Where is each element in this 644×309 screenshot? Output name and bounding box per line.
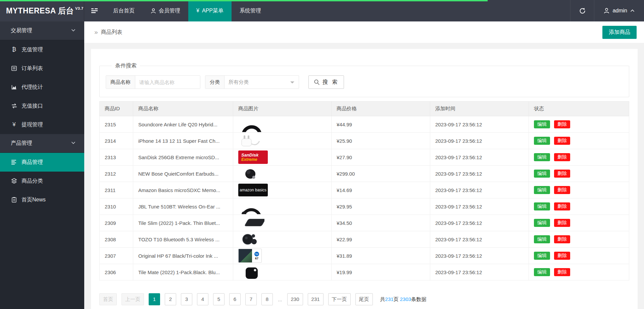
product-price: ¥22.99: [332, 231, 430, 248]
delete-button[interactable]: 删除: [554, 219, 570, 227]
logo-version: V3.7: [75, 6, 84, 10]
pagination-summary: 共231页 2303条数据: [380, 296, 427, 303]
sidebar-item-home-news[interactable]: 首页News: [0, 190, 84, 209]
nav-item-members[interactable]: 会员管理: [143, 0, 188, 21]
product-id: 2308: [100, 231, 133, 248]
edit-button[interactable]: 编辑: [534, 153, 550, 161]
page-number-button[interactable]: 230: [287, 293, 303, 305]
product-id: 2311: [100, 182, 133, 198]
page-next-button[interactable]: 下一页: [328, 293, 351, 305]
delete-button[interactable]: 删除: [554, 235, 570, 243]
sidebar-item-withdraw-manage[interactable]: ¥ 提现管理: [0, 115, 84, 134]
page-number-button[interactable]: 8: [261, 293, 273, 305]
edit-button[interactable]: 编辑: [534, 202, 550, 210]
sidebar-item-label: 提现管理: [21, 121, 43, 128]
sidebar-item-recharge-api[interactable]: 充值接口: [0, 97, 84, 115]
product-name: SanDisk 256GB Extreme microSD...: [133, 149, 233, 166]
user-menu[interactable]: admin: [594, 0, 644, 21]
table-row: 2310 JBL Tune 510BT: Wireless On-Ear ...…: [100, 198, 629, 215]
delete-button[interactable]: 删除: [554, 186, 570, 194]
delete-button[interactable]: 删除: [554, 137, 570, 145]
hamburger-icon: [91, 8, 98, 13]
edit-button[interactable]: 编辑: [534, 120, 550, 128]
nav-item-label: 系统管理: [240, 7, 261, 14]
sidebar-item-label: 首页News: [21, 196, 46, 203]
main-area: » 商品列表 添加商品 条件搜索 商品名称 分类 所有分类: [84, 21, 644, 309]
category-label: 分类: [205, 76, 225, 88]
product-image-text: 67: [255, 257, 258, 260]
search-legend: 条件搜索: [112, 62, 140, 69]
summary-prefix: 共: [380, 296, 385, 302]
chevron-up-icon: [630, 9, 635, 12]
delete-button[interactable]: 删除: [554, 252, 570, 260]
product-image: [238, 232, 270, 247]
product-time: 2023-09-17 23:56:12: [430, 231, 529, 248]
page-number-button[interactable]: 2: [165, 293, 176, 305]
caret-down-icon: [290, 81, 294, 85]
sidebar-item-goods-category[interactable]: 商品分类: [0, 172, 84, 190]
sidebar-section-product[interactable]: 产品管理: [0, 134, 84, 153]
page-number-button[interactable]: 231: [308, 293, 324, 305]
delete-button[interactable]: 删除: [554, 120, 570, 128]
product-time: 2023-09-17 23:56:12: [430, 133, 529, 149]
product-price: ¥29.95: [332, 198, 430, 215]
delete-button[interactable]: 删除: [554, 170, 570, 178]
product-name: NEW Bose QuietComfort Earbuds...: [133, 166, 233, 182]
list-lines-icon: [11, 160, 17, 165]
hp-logo: hp: [254, 252, 259, 256]
yen-icon: ¥: [196, 8, 199, 14]
product-time: 2023-09-17 23:56:12: [430, 264, 529, 281]
edit-button[interactable]: 编辑: [534, 170, 550, 178]
page-prev-button[interactable]: 上一页: [121, 293, 144, 305]
edit-button[interactable]: 编辑: [534, 186, 550, 194]
navbar-spacer: [269, 0, 571, 21]
page-title: 商品列表: [101, 29, 122, 36]
page-number-button[interactable]: 5: [213, 293, 225, 305]
nav-item-home[interactable]: 后台首页: [105, 0, 143, 21]
nav-item-label: 会员管理: [159, 7, 180, 14]
product-time: 2023-09-17 23:56:12: [430, 149, 529, 166]
summary-total-records: 2303: [400, 296, 411, 302]
delete-button[interactable]: 删除: [554, 268, 570, 276]
product-image: amazon basics: [238, 183, 270, 198]
table-row: 2315 Soundcore Anker Life Q20 Hybrid... …: [100, 116, 629, 133]
top-nav: 后台首页 会员管理 ¥ APP菜单 系统管理: [105, 0, 269, 21]
sidebar-item-agent-stats[interactable]: 代理统计: [0, 78, 84, 97]
category-select[interactable]: 所有分类: [225, 76, 299, 88]
exchange-arrows-icon: [11, 103, 17, 109]
sidebar-item-goods-manage[interactable]: 商品管理: [0, 153, 84, 172]
edit-button[interactable]: 编辑: [534, 252, 550, 260]
page-last-button[interactable]: 尾页: [355, 293, 373, 305]
page-number-button[interactable]: 4: [197, 293, 208, 305]
product-time: 2023-09-17 23:56:12: [430, 182, 529, 198]
delete-button[interactable]: 删除: [554, 153, 570, 161]
edit-button[interactable]: 编辑: [534, 235, 550, 243]
page-first-button[interactable]: 首页: [99, 293, 117, 305]
product-name-input[interactable]: [135, 76, 200, 88]
collapse-menu-button[interactable]: [84, 0, 105, 21]
edit-button[interactable]: 编辑: [534, 219, 550, 227]
page-number-button[interactable]: 6: [229, 293, 241, 305]
sidebar-item-recharge-manage[interactable]: ₿ 充值管理: [0, 40, 84, 59]
delete-button[interactable]: 删除: [554, 202, 570, 210]
page-number-button[interactable]: 7: [245, 293, 257, 305]
edit-button[interactable]: 编辑: [534, 137, 550, 145]
refresh-button[interactable]: [570, 0, 594, 21]
page-number-button[interactable]: 3: [181, 293, 192, 305]
col-header-status: 状态: [529, 102, 629, 116]
product-price: ¥25.90: [332, 133, 430, 149]
sidebar-section-trade[interactable]: 交易管理: [0, 21, 84, 40]
search-button[interactable]: 搜 索: [308, 75, 344, 89]
page-number-button[interactable]: 1: [149, 293, 160, 305]
add-product-button[interactable]: 添加商品: [602, 26, 637, 39]
user-icon: [604, 8, 609, 14]
sidebar-item-order-list[interactable]: 订单列表: [0, 59, 84, 78]
edit-button[interactable]: 编辑: [534, 268, 550, 276]
product-price: ¥19.99: [332, 264, 430, 281]
col-header-image: 商品图片: [233, 102, 332, 116]
product-image: [238, 265, 270, 280]
nav-item-system[interactable]: 系统管理: [232, 0, 269, 21]
nav-item-app-menu[interactable]: ¥ APP菜单: [188, 0, 232, 21]
product-time: 2023-09-17 23:56:12: [430, 116, 529, 133]
product-image-text: amazon basics: [240, 188, 266, 192]
